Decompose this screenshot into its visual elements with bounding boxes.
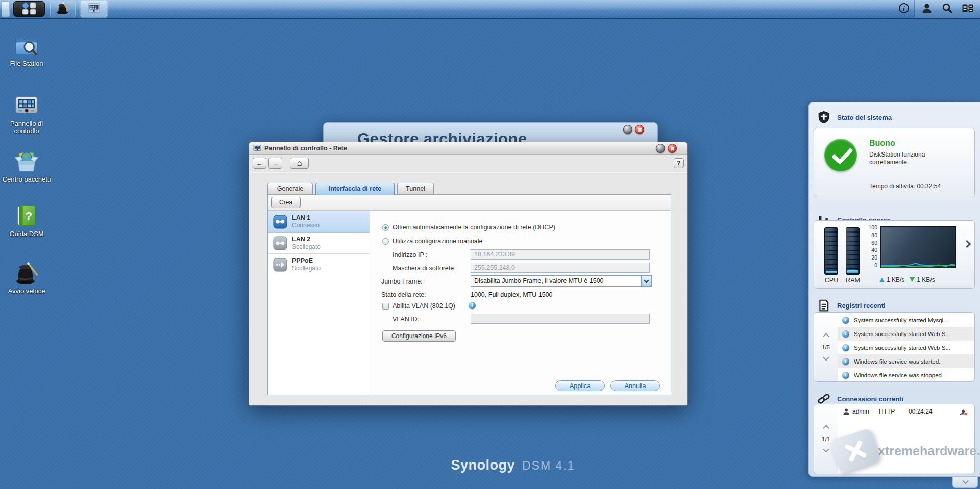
create-button[interactable]: Crea [271,197,301,208]
ram-gauge [846,227,860,275]
log-row: System successfully started Web S... [838,341,974,354]
interface-row-lan2[interactable]: LAN 2 Scollegato [268,233,370,254]
pager-down-icon[interactable] [823,354,829,361]
system-status-description: DiskStation funziona correttamente. [869,151,959,166]
cpu-gauge [824,227,838,275]
synology-logo: Synology [451,457,516,473]
search-button[interactable] [937,0,958,18]
control-panel-icon[interactable] [14,93,39,118]
package-center-icon[interactable] [14,148,39,174]
log-row: System successfully started Web S... [838,327,974,341]
help-button[interactable]: ? [674,158,684,168]
desktop-icon-label: Guida DSM [0,230,53,238]
connections-page-indicator: 1/1 [822,436,830,442]
upload-speed: 1 KB/s [887,276,904,284]
connection-row: admin HTTP 00:24:24 [838,405,974,418]
control-panel-mini-icon [87,2,101,16]
cpu-label: CPU [820,277,843,284]
pilot-view-button[interactable] [958,0,978,18]
window-titlebar[interactable]: Pannello di controllo - Rete [249,142,687,155]
subnet-mask-input[interactable] [471,263,650,273]
ip-address-label: Indirizzo IP : [393,251,428,259]
enable-vlan-checkbox[interactable] [382,303,389,310]
log-row: Windows file service was started. [838,354,974,368]
upload-arrow-icon [879,275,885,282]
pppoe-icon [273,258,287,272]
user-icon [843,408,850,415]
desktop-icon-package-center: Centro pacchetti [0,148,53,183]
pager-up-icon[interactable] [823,425,829,431]
control-panel-network-window: Pannello di controllo - Rete ← → ⌂ ? Gen… [249,142,688,406]
desktop-icon-label: Avvio veloce [0,288,53,295]
connection-time: 00:24:24 [909,408,933,415]
download-arrow-icon [910,277,915,285]
desktop-icon-label: File Station [0,60,53,67]
network-status-value: 1000, Full duplex, MTU 1500 [471,291,553,298]
pager-down-icon[interactable] [823,446,829,453]
recent-logs-header: Registri recenti [817,299,886,312]
log-row: System successfully started Mysql... [838,313,974,327]
connections-card: 1/1 admin HTTP 00:24:24 [814,404,975,474]
pilot-view-icon [962,3,974,16]
resource-monitor-expand-chevron[interactable] [963,240,971,248]
taskbar-window-button-control-panel[interactable] [81,1,107,17]
dsm-help-icon[interactable]: ? [14,203,39,228]
minimize-button[interactable] [623,125,632,134]
main-menu-button[interactable] [13,1,45,17]
taskbar: i [0,0,980,19]
toolbar-separator [249,172,687,173]
disconnect-icon[interactable] [959,407,968,416]
logs-pager: 1/5 [814,313,838,381]
magic-hat-icon [56,2,70,16]
ipv6-config-button[interactable]: Configurazione IPv6 [382,330,456,342]
jumbo-frame-select[interactable]: Disabilita Jumbo Frame, il valore MTU è … [471,275,652,287]
pager-up-icon[interactable] [823,333,829,340]
info-icon [842,344,849,351]
dhcp-radio[interactable] [382,224,389,231]
network-chart-axis: 100 80 60 40 20 0 [863,225,877,268]
info-icon [842,330,849,338]
apply-button[interactable]: Applica [555,380,605,391]
user-icon [921,3,933,16]
network-status-label: Stato della rete: [381,291,426,298]
interface-settings-form: Ottieni automaticamente la configurazion… [370,211,671,395]
info-button[interactable]: i [894,0,914,18]
close-button[interactable] [668,144,677,153]
control-panel-mini-icon [253,144,261,152]
enable-vlan-label: Abilita VLAN (802.1Q) [393,302,455,310]
manual-config-radio-label: Utilizza configurazione manuale [393,238,482,245]
widgets-collapse-tab[interactable] [952,477,978,488]
tab-tunnel[interactable]: Tunnel [397,183,434,195]
ip-address-input[interactable] [471,249,650,260]
show-desktop-button[interactable] [2,1,10,17]
file-station-icon[interactable] [14,33,39,58]
quick-launch-button[interactable] [50,1,76,17]
vlan-id-input[interactable] [471,314,650,324]
vlan-info-icon[interactable] [469,302,476,309]
manual-config-radio[interactable] [382,238,389,245]
forward-button[interactable]: → [268,158,282,169]
tab-interfaccia-di-rete[interactable]: Interfaccia di rete [315,183,395,195]
minimize-button[interactable] [656,144,665,153]
cancel-button[interactable]: Annulla [610,380,660,391]
shield-icon [817,111,830,124]
network-traffic-chart [880,226,956,268]
user-menu-button[interactable] [917,0,937,18]
log-row: Windows file service was stopped. [838,368,974,381]
download-speed: 1 KB/s [917,276,935,284]
interface-row-pppoe[interactable]: PPPoE Scollegato [268,254,370,275]
ram-label: RAM [842,277,864,284]
lan-disconnected-icon [273,236,287,250]
svg-text:?: ? [25,209,32,222]
logs-page-indicator: 1/5 [822,344,830,350]
interface-row-lan1[interactable]: LAN 1 Connesso [268,211,370,233]
search-icon [942,3,953,16]
subnet-mask-label: Maschera di sottorete: [393,265,456,272]
magic-hat-icon[interactable] [14,260,39,286]
tab-generale[interactable]: Generale [267,183,313,195]
list-toolbar: Crea [268,195,671,211]
close-button[interactable] [635,125,644,134]
home-button[interactable]: ⌂ [290,158,309,169]
desktop-icon-label: Pannello di controllo [0,120,53,135]
back-button[interactable]: ← [253,158,266,169]
